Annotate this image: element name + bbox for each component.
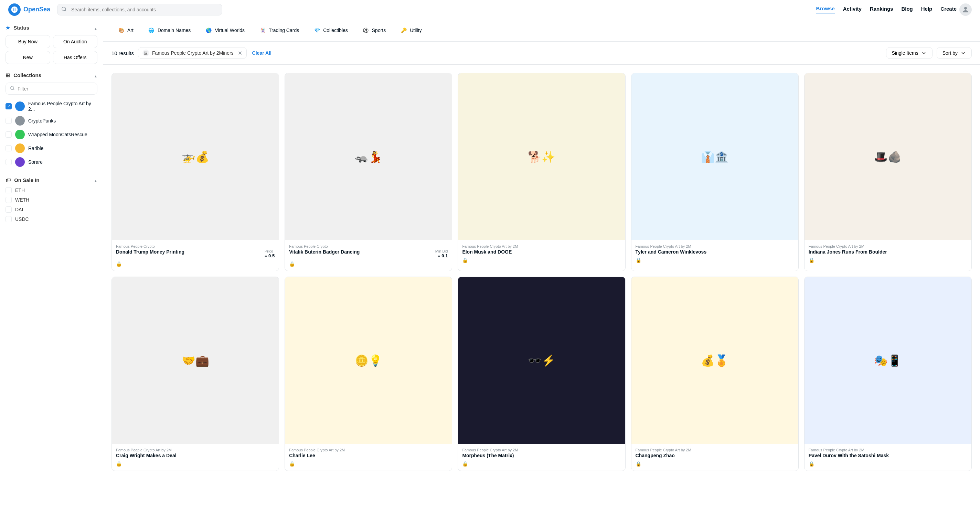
nft-title-4: Indiana Jones Runs From Boulder	[809, 249, 964, 255]
single-items-dropdown[interactable]: Single Items	[886, 47, 932, 59]
collection-item-rarible[interactable]: Rarible	[5, 142, 97, 155]
nft-grid: 🚁💰 Famous People Crypto Donald Trump Mon…	[103, 65, 980, 479]
nft-placeholder-8: 💰🏅	[632, 277, 798, 444]
lock-icon-3: 🔒	[636, 257, 641, 263]
status-header[interactable]: ★ Status	[5, 25, 97, 31]
category-sports[interactable]: ⚽ Sports	[356, 23, 391, 37]
lock-icon-1: 🔒	[289, 261, 295, 267]
nft-card-4[interactable]: 🎩🪨 Famous People Crypto Art by 2M Indian…	[804, 73, 972, 271]
nft-title-8: Changpeng Zhao	[636, 453, 791, 458]
collections-search-icon	[10, 86, 15, 92]
nft-title-1: Vitalik Buterin Badger Dancing	[289, 249, 433, 255]
collections-chevron	[94, 73, 97, 78]
nft-price-block-1: Min Bid ≡ 0.1	[435, 249, 448, 258]
nft-title-9: Pavel Durov With the Satoshi Mask	[809, 453, 964, 458]
nft-info-3: Famous People Crypto Art by 2M Tyler and…	[632, 240, 798, 267]
collection-item-sorare[interactable]: Sorare	[5, 155, 97, 169]
nav-rankings[interactable]: Rankings	[870, 6, 893, 13]
collection-avatar-mooncats	[15, 130, 25, 139]
buy-now-button[interactable]: Buy Now	[5, 35, 50, 48]
nav-help[interactable]: Help	[921, 6, 932, 13]
collections-filter-input[interactable]	[18, 86, 93, 92]
category-trading-cards[interactable]: 🃏 Trading Cards	[253, 23, 304, 37]
utility-icon: 🔑	[399, 26, 408, 34]
usdc-option[interactable]: USDC	[5, 216, 97, 222]
nft-collection-7: Famous People Crypto Art by 2M	[462, 448, 621, 452]
nft-title-row-3: Tyler and Cameron Winklevoss	[636, 249, 794, 255]
nft-lock-5: 🔒	[116, 461, 275, 466]
nft-lock-7: 🔒	[462, 461, 621, 466]
onsale-options-list: ETH WETH DAI USDC	[5, 187, 97, 222]
logo-text: OpenSea	[24, 6, 50, 13]
nft-placeholder-2: 🐕✨	[458, 73, 625, 240]
nft-title-row-0: Donald Trump Money Printing Price ≡ 0.5	[116, 249, 275, 258]
has-offers-button[interactable]: Has Offers	[53, 51, 98, 64]
nft-placeholder-7: 🕶️⚡	[458, 277, 625, 444]
nft-card-5[interactable]: 🤝💼 Famous People Crypto Art by 2M Craig …	[111, 277, 279, 471]
category-bar: 🎨 Art 🌐 Domain Names 🌎 Virtual Worlds 🃏 …	[103, 19, 980, 41]
nft-lock-2: 🔒	[462, 257, 621, 263]
dai-option[interactable]: DAI	[5, 207, 97, 213]
active-filter-tag: 🖼 Famous People Crypto Art by 2Miners ✕	[138, 47, 247, 59]
remove-filter-button[interactable]: ✕	[238, 50, 242, 56]
nft-info-1: Famous People Crypto Vitalik Buterin Bad…	[285, 240, 452, 271]
category-virtual-worlds[interactable]: 🌎 Virtual Worlds	[199, 23, 250, 37]
nft-price-block-0: Price ≡ 0.5	[265, 249, 275, 258]
collection-avatar-sorare	[15, 157, 25, 167]
star-icon: ★	[5, 25, 10, 30]
collection-avatar-cryptopunks	[15, 116, 25, 126]
collection-item-cryptopunks[interactable]: CryptoPunks	[5, 114, 97, 128]
sort-by-chevron-icon	[960, 50, 966, 56]
nav-blog[interactable]: Blog	[901, 6, 913, 13]
nft-collection-4: Famous People Crypto Art by 2M	[809, 244, 967, 248]
nft-title-row-8: Changpeng Zhao	[636, 453, 794, 458]
nft-placeholder-3: 👔🏦	[632, 73, 798, 240]
collections-header[interactable]: ⊞ Collections	[5, 72, 97, 78]
nft-placeholder-6: 🪙💡	[285, 277, 452, 444]
nft-title-7: Morpheus (The Matrix)	[462, 453, 618, 458]
category-domain-names[interactable]: 🌐 Domain Names	[142, 23, 196, 37]
nft-card-8[interactable]: 💰🏅 Famous People Crypto Art by 2M Changp…	[631, 277, 799, 471]
onsale-section: 🏷 On Sale In ETH WETH DAI	[5, 177, 97, 222]
nft-collection-1: Famous People Crypto	[289, 244, 448, 248]
opensea-svg-icon	[11, 6, 18, 13]
eth-option[interactable]: ETH	[5, 187, 97, 193]
nft-card-0[interactable]: 🚁💰 Famous People Crypto Donald Trump Mon…	[111, 73, 279, 271]
new-button[interactable]: New	[5, 51, 50, 64]
on-auction-button[interactable]: On Auction	[53, 35, 98, 48]
category-utility[interactable]: 🔑 Utility	[394, 23, 427, 37]
sort-by-dropdown[interactable]: Sort by	[937, 47, 972, 59]
eth-checkbox	[5, 187, 12, 193]
collection-name-mooncats: Wrapped MoonCatsRescue	[28, 132, 88, 137]
weth-checkbox	[5, 197, 12, 203]
category-collectibles[interactable]: 💎 Collectibles	[307, 23, 353, 37]
nft-price-label-1: Min Bid	[435, 249, 448, 253]
opensea-logo[interactable]: OpenSea	[8, 3, 50, 16]
collection-checkbox-cryptopunks	[5, 118, 12, 124]
nft-collection-5: Famous People Crypto Art by 2M	[116, 448, 275, 452]
sidebar: ★ Status Buy Now On Auction New Has Offe…	[0, 19, 103, 525]
user-avatar[interactable]	[959, 3, 972, 16]
nav-links: Browse Activity Rankings Blog Help Creat…	[816, 5, 956, 13]
nav-browse[interactable]: Browse	[816, 5, 835, 13]
domain-icon: 🌐	[147, 26, 156, 34]
weth-option[interactable]: WETH	[5, 197, 97, 203]
nav-activity[interactable]: Activity	[843, 6, 862, 13]
svg-point-1	[11, 86, 14, 89]
nft-card-1[interactable]: 🦡💃 Famous People Crypto Vitalik Buterin …	[285, 73, 452, 271]
nft-card-7[interactable]: 🕶️⚡ Famous People Crypto Art by 2M Morph…	[458, 277, 625, 471]
clear-all-button[interactable]: Clear All	[252, 50, 272, 56]
nft-placeholder-1: 🦡💃	[285, 73, 452, 240]
nft-info-8: Famous People Crypto Art by 2M Changpeng…	[632, 444, 798, 471]
nft-card-2[interactable]: 🐕✨ Famous People Crypto Art by 2M Elon M…	[458, 73, 625, 271]
category-art[interactable]: 🎨 Art	[111, 23, 139, 37]
nft-card-9[interactable]: 🎭📱 Famous People Crypto Art by 2M Pavel …	[804, 277, 972, 471]
collection-item-famous[interactable]: Famous People Crypto Art by 2...	[5, 99, 97, 114]
nav-create[interactable]: Create	[940, 6, 956, 13]
collection-item-mooncats[interactable]: Wrapped MoonCatsRescue	[5, 128, 97, 142]
nft-card-3[interactable]: 👔🏦 Famous People Crypto Art by 2M Tyler …	[631, 73, 799, 271]
search-input[interactable]	[57, 4, 222, 16]
nft-card-6[interactable]: 🪙💡 Famous People Crypto Art by 2M Charli…	[285, 277, 452, 471]
onsale-header[interactable]: 🏷 On Sale In	[5, 177, 97, 183]
collections-list: Famous People Crypto Art by 2... CryptoP…	[5, 99, 97, 169]
